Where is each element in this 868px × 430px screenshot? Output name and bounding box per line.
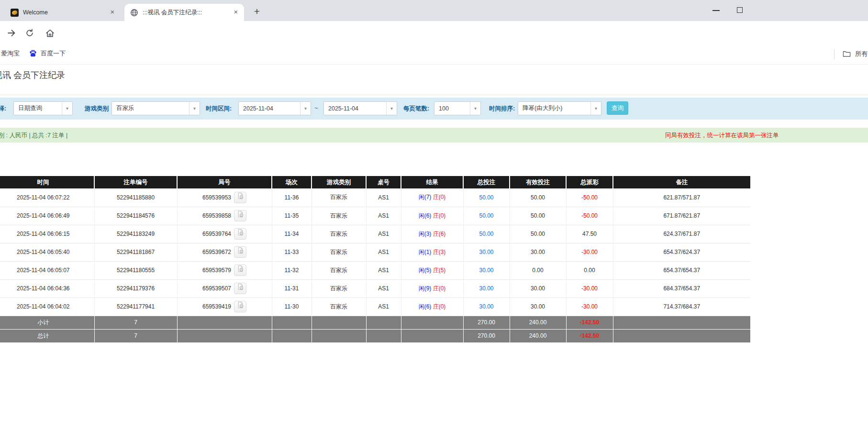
- total-bet-link[interactable]: 30.00: [479, 285, 493, 292]
- total-bet-link[interactable]: 50.00: [479, 194, 493, 201]
- video-replay-button[interactable]: [234, 228, 246, 240]
- cell-remark: 624.37/671.87: [613, 225, 750, 243]
- range-separator: ~: [314, 104, 318, 111]
- cell-valid-bet: 50.00: [510, 207, 566, 225]
- footer-valid-bet: 240.00: [510, 329, 566, 342]
- date-to-value: 2025-11-04: [324, 105, 386, 112]
- globe-icon: [130, 9, 138, 17]
- cell-result: 闲(9) 庄(0): [401, 279, 463, 298]
- sort-select[interactable]: 降幂(由大到小) ▾: [518, 101, 601, 115]
- filter-bar: 选择: 日期查询 ▾ 游戏类别 百家乐 ▾ 时间区间: 2025-11-04 ▾…: [0, 98, 868, 120]
- bookmark-baidu[interactable]: 百度一下: [29, 49, 66, 58]
- tab-welcome[interactable]: Welcome ×: [5, 4, 121, 21]
- cell-time: 2025-11-04 06:06:49: [0, 207, 94, 225]
- tab-title: :::视讯 会员下注纪录:::: [143, 9, 228, 17]
- cell-session: 11-36: [272, 188, 312, 207]
- cell-payout: -30.00: [566, 279, 613, 298]
- date-from-select[interactable]: 2025-11-04 ▾: [238, 101, 311, 115]
- cell-payout: -50.00: [566, 207, 613, 225]
- forward-button[interactable]: [6, 27, 17, 39]
- footer-payout: -142.50: [566, 316, 613, 329]
- bookmark-aitaobao[interactable]: 爱淘宝: [1, 49, 20, 58]
- all-bookmarks-button[interactable]: 所有书签: [842, 49, 868, 58]
- maximize-button[interactable]: [737, 7, 743, 13]
- video-replay-button[interactable]: [234, 210, 246, 221]
- reload-button[interactable]: [24, 27, 35, 39]
- welcome-favicon-icon: [11, 9, 19, 17]
- total-bet-link[interactable]: 50.00: [479, 212, 493, 219]
- select-type-label: 选择:: [0, 105, 6, 113]
- home-button[interactable]: [44, 27, 56, 39]
- minimize-button[interactable]: [712, 10, 720, 11]
- page-title: 视讯 会员下注纪录: [0, 69, 65, 81]
- cell-round: 659539858: [177, 207, 272, 225]
- cell-result: 闲(6) 庄(0): [401, 207, 463, 225]
- query-button[interactable]: 查询: [607, 101, 628, 115]
- bet-record-table-wrap: 时间注单编号局号场次游戏类别桌号结果总投注有效投注总派彩备注2025-11-04…: [0, 176, 750, 343]
- video-replay-button[interactable]: [234, 301, 246, 312]
- total-bet-link[interactable]: 30.00: [479, 267, 493, 274]
- bet-record-table: 时间注单编号局号场次游戏类别桌号结果总投注有效投注总派彩备注2025-11-04…: [0, 176, 750, 343]
- column-header: 桌号: [366, 176, 401, 188]
- bookmarks-divider: [834, 49, 835, 59]
- game-type-select[interactable]: 百家乐 ▾: [111, 101, 200, 115]
- currency-summary-text: 币别 : 人民币 | 总共 :7 注单 |: [0, 132, 67, 140]
- round-number: 659539579: [202, 267, 231, 274]
- round-number: 659539953: [202, 194, 231, 201]
- cell-total-bet: 50.00: [463, 225, 510, 243]
- cell-session: 11-31: [272, 279, 312, 298]
- new-tab-button[interactable]: +: [250, 5, 264, 19]
- footer-empty: [366, 316, 401, 329]
- cell-result: 闲(1) 庄(3): [401, 243, 463, 261]
- browser-window: Welcome × :::视讯 会员下注纪录::: × + 66cxkj98: [0, 0, 868, 65]
- cell-remark: 621.87/571.87: [613, 188, 750, 207]
- cell-time: 2025-11-04 06:04:36: [0, 279, 94, 298]
- per-page-select[interactable]: 100 ▾: [434, 101, 481, 115]
- footer-empty: [272, 316, 312, 329]
- cell-session: 11-33: [272, 243, 312, 261]
- footer-empty: [613, 316, 750, 329]
- total-bet-link[interactable]: 30.00: [479, 249, 493, 255]
- footer-empty: [312, 316, 366, 329]
- footer-empty: [366, 329, 401, 342]
- date-to-select[interactable]: 2025-11-04 ▾: [323, 101, 397, 115]
- table-row: 2025-11-04 06:06:15522941183249659539764…: [0, 225, 750, 243]
- video-replay-button[interactable]: [234, 265, 246, 276]
- cell-table-no: AS1: [366, 188, 401, 207]
- total-bet-link[interactable]: 30.00: [479, 303, 493, 310]
- footer-empty: [272, 329, 312, 342]
- cell-game-type: 百家乐: [312, 243, 366, 261]
- cell-bet-id: 522941177941: [94, 298, 177, 316]
- banker-result: 庄(0): [433, 212, 446, 219]
- baidu-paw-icon: [29, 49, 37, 58]
- query-type-select[interactable]: 日期查询 ▾: [13, 101, 73, 115]
- bookmarks-bar: 爱淘宝 百度一下 所有书签: [0, 44, 868, 65]
- player-result: 闲(7): [419, 194, 432, 200]
- cell-round: 659539579: [177, 261, 272, 279]
- column-header: 总投注: [463, 176, 510, 188]
- round-number: 659539507: [202, 285, 231, 292]
- video-replay-button[interactable]: [234, 283, 246, 294]
- table-row: 2025-11-04 06:06:49522941184576659539858…: [0, 207, 750, 225]
- close-tab-icon[interactable]: ×: [108, 8, 117, 17]
- video-replay-button[interactable]: [234, 246, 246, 258]
- player-result: 闲(6): [419, 303, 432, 310]
- table-row: 2025-11-04 06:05:40522941181867659539672…: [0, 243, 750, 261]
- video-replay-button[interactable]: [234, 192, 246, 203]
- cell-table-no: AS1: [366, 279, 401, 298]
- title-divider: [0, 95, 868, 95]
- cell-game-type: 百家乐: [312, 188, 366, 207]
- cell-result: 闲(6) 庄(0): [401, 298, 463, 316]
- sort-label: 时间排序:: [489, 105, 515, 113]
- close-tab-icon[interactable]: ×: [232, 8, 240, 17]
- total-bet-link[interactable]: 50.00: [479, 231, 493, 237]
- chevron-down-icon: ▾: [590, 102, 601, 115]
- cell-valid-bet: 30.00: [510, 279, 566, 298]
- cell-bet-id: 522941185880: [94, 188, 177, 207]
- column-header: 游戏类别: [312, 176, 366, 188]
- cell-total-bet: 50.00: [463, 207, 510, 225]
- tab-bet-record[interactable]: :::视讯 会员下注纪录::: ×: [124, 4, 244, 21]
- tab-title: Welcome: [23, 9, 104, 16]
- cell-game-type: 百家乐: [312, 298, 366, 316]
- table-footer-row: 总计7270.00240.00-142.50: [0, 329, 750, 342]
